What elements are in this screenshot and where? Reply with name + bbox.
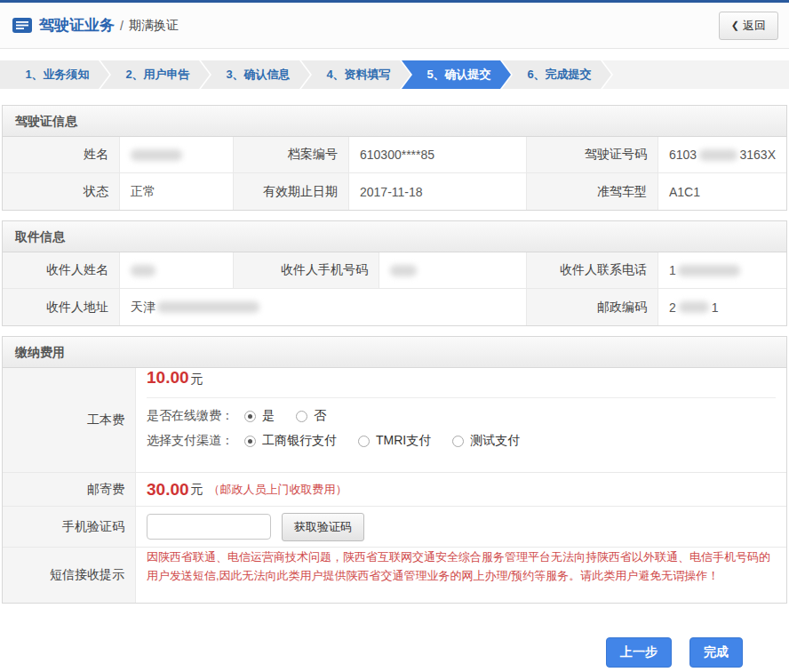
mail-fee-amount: 30.00 [147,480,189,500]
channel-option-test[interactable]: 测试支付 [452,433,520,449]
step-item-2: 2、用户申告 [100,60,210,89]
page-header: 驾驶证业务 / 期满换证 ❮ 返回 [0,3,789,49]
channel-option-icbc[interactable]: 工商银行支付 [244,433,337,449]
recipient-mobile-value [379,252,527,289]
status-value: 正常 [120,173,234,210]
license-list-icon [12,18,32,33]
back-button[interactable]: ❮ 返回 [719,12,778,40]
sms-code-input[interactable] [147,514,271,540]
redacted-value [679,301,709,313]
recipient-address-label: 收件人地址 [3,289,120,325]
pickup-info-section: 取件信息 收件人姓名 收件人手机号码 收件人联系电话 1 收件人地址 天津 邮政… [2,220,787,326]
pay-channel-question: 选择支付渠道： [147,433,234,449]
radio-unselected-icon [296,411,307,422]
license-info-section: 驾驶证信息 姓名 档案编号 610300****85 驾驶证号码 6103 31… [2,105,787,211]
pay-channel-row: 选择支付渠道： 工商银行支付 TMRI支付 测试支付 [147,433,776,449]
fee-divider [147,397,776,398]
file-no-label: 档案编号 [234,137,349,173]
license-no-label: 驾驶证号码 [527,137,658,173]
radio-selected-icon [244,436,256,447]
production-fee-amount-line: 10.00元 [147,368,776,388]
page-title: 驾驶证业务 [39,15,115,36]
recipient-name-value [120,252,234,289]
license-no-suffix: 3163X [740,148,776,162]
get-code-button[interactable]: 获取验证码 [282,513,364,541]
sms-code-cell: 获取验证码 [136,507,786,548]
online-pay-no-label: 否 [314,408,326,424]
fees-section: 缴纳费用 工本费 10.00元 是否在线缴费： 是 否 选择支付渠道： [2,336,787,604]
previous-step-button[interactable]: 上一步 [606,637,672,668]
license-section-title: 驾驶证信息 [3,106,786,137]
step-wizard-filler [602,60,789,89]
channel-test-label: 测试支付 [470,433,520,449]
step-item-5-active: 5、确认提交 [402,60,511,89]
license-no-prefix: 6103 [669,148,697,162]
mail-fee-label: 邮寄费 [3,473,136,507]
mail-fee-cell: 30.00元 （邮政人员上门收取费用） [136,473,786,507]
postcode-value: 2 1 [658,289,786,325]
breadcrumb-divider: / [120,19,124,33]
channel-tmri-label: TMRI支付 [376,433,431,449]
name-value [120,137,234,173]
postcode-prefix: 2 [669,300,676,315]
recipient-name-label: 收件人姓名 [3,252,120,289]
expiry-label: 有效期止日期 [234,173,349,210]
file-no-value: 610300****85 [349,137,527,173]
radio-unselected-icon [452,436,464,447]
redacted-value [699,149,737,161]
name-label: 姓名 [3,137,120,173]
radio-selected-icon [244,411,256,422]
footer-actions: 上一步 完成 [0,637,789,668]
step-item-4: 4、资料填写 [301,60,410,89]
online-pay-option-yes[interactable]: 是 [244,408,275,424]
online-pay-row: 是否在线缴费： 是 否 [147,408,776,424]
pickup-section-title: 取件信息 [3,221,786,252]
radio-unselected-icon [358,436,370,447]
postcode-label: 邮政编码 [527,289,658,325]
production-fee-label: 工本费 [3,368,136,473]
breadcrumb-current: 期满换证 [129,18,179,34]
finish-button[interactable]: 完成 [689,637,743,668]
channel-icbc-label: 工商银行支付 [262,433,337,449]
status-label: 状态 [3,173,120,210]
sms-code-label: 手机验证码 [3,507,136,548]
sms-tip-cell: 因陕西省联通、电信运营商技术问题，陕西省互联网交通安全综合服务管理平台无法向持陕… [136,548,786,603]
recipient-mobile-label: 收件人手机号码 [234,252,379,289]
online-pay-option-no[interactable]: 否 [296,408,326,424]
channel-option-tmri[interactable]: TMRI支付 [358,433,431,449]
redacted-value [131,265,155,276]
postcode-suffix: 1 [712,300,719,315]
recipient-address-value: 天津 [120,289,527,325]
redacted-value [131,149,182,161]
step-item-3: 3、确认信息 [201,60,310,89]
fees-section-title: 缴纳费用 [3,337,786,368]
vehicle-class-label: 准驾车型 [527,173,658,210]
expiry-value: 2017-11-18 [349,173,527,210]
back-button-label: 返回 [743,18,766,34]
recipient-phone-prefix: 1 [669,263,676,277]
redacted-value [390,265,417,276]
license-no-value: 6103 3163X [658,137,786,173]
sms-tip-text: 因陕西省联通、电信运营商技术问题，陕西省互联网交通安全综合服务管理平台无法向持陕… [147,548,776,585]
online-pay-yes-label: 是 [262,408,275,424]
currency-unit: 元 [191,372,203,386]
vehicle-class-value: A1C1 [658,173,786,210]
recipient-address-prefix: 天津 [131,300,155,316]
production-fee-amount: 10.00 [147,368,189,387]
chevron-left-icon: ❮ [731,20,739,30]
recipient-phone-value: 1 [658,252,786,289]
step-item-1: 1、业务须知 [0,60,109,89]
sms-tip-label: 短信接收提示 [3,548,136,603]
redacted-value [157,301,259,313]
currency-unit: 元 [191,482,203,498]
mail-fee-note: （邮政人员上门收取费用） [209,482,347,498]
redacted-value [678,265,740,276]
step-item-6: 6、完成提交 [502,60,611,89]
recipient-phone-label: 收件人联系电话 [527,252,658,289]
production-fee-cell: 10.00元 是否在线缴费： 是 否 选择支付渠道： 工商银行支付 [136,368,786,473]
step-wizard: 1、业务须知 2、用户申告 3、确认信息 4、资料填写 5、确认提交 6、完成提… [0,60,789,89]
online-pay-question: 是否在线缴费： [147,408,234,424]
